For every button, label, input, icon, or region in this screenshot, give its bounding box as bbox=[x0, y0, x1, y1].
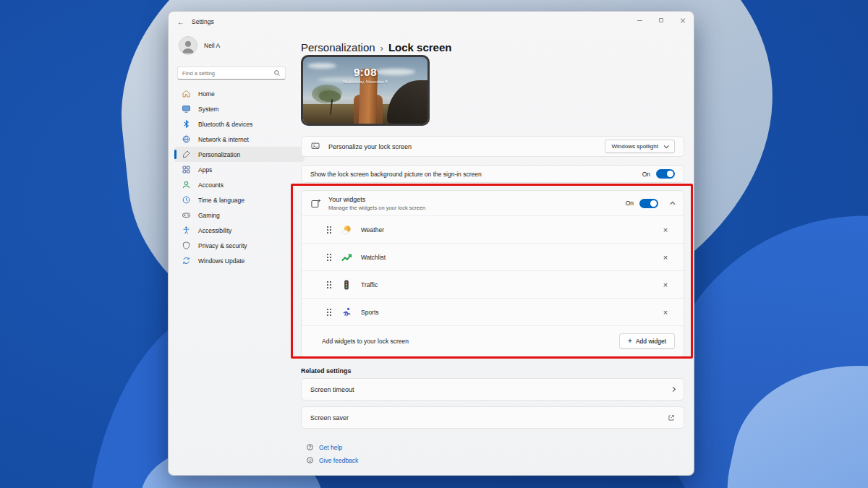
drag-handle-icon[interactable] bbox=[326, 225, 332, 235]
preview-clock-time: 9:08 bbox=[303, 66, 427, 78]
lock-screen-preview: 9:08 Wednesday, November 8 bbox=[301, 55, 430, 126]
remove-widget-icon[interactable]: × bbox=[659, 278, 672, 291]
remove-widget-icon[interactable]: × bbox=[659, 306, 672, 319]
signin-toggle[interactable] bbox=[656, 169, 675, 179]
person-icon bbox=[180, 38, 196, 54]
your-widgets-card: Your widgets Manage the widgets on your … bbox=[301, 190, 684, 357]
breadcrumb-separator: › bbox=[380, 43, 383, 53]
sidebar-item-bluetooth[interactable]: Bluetooth & devices bbox=[174, 116, 305, 132]
search-icon bbox=[273, 69, 281, 77]
clock-icon bbox=[182, 195, 191, 205]
sports-icon bbox=[341, 307, 352, 318]
related-settings-header: Related settings bbox=[301, 367, 352, 374]
monitor-icon bbox=[182, 104, 191, 114]
sidebar-item-apps[interactable]: Apps bbox=[174, 162, 305, 177]
window-controls bbox=[634, 16, 688, 25]
sidebar-item-home[interactable]: Home bbox=[174, 86, 305, 101]
gamepad-icon bbox=[182, 210, 191, 220]
weather-icon bbox=[341, 224, 352, 236]
sidebar-nav: Home System Bluetooth & devices Network … bbox=[174, 86, 305, 268]
update-arrows-icon bbox=[182, 256, 191, 265]
give-feedback-link[interactable]: Give feedback bbox=[306, 456, 358, 464]
window-title: Settings bbox=[192, 18, 214, 25]
chevron-up-icon[interactable] bbox=[670, 201, 675, 206]
widget-row-traffic: Traffic × bbox=[302, 270, 684, 298]
page-title: Lock screen bbox=[388, 41, 452, 53]
preview-tree-canopy bbox=[319, 90, 341, 102]
widgets-toggle[interactable] bbox=[639, 199, 658, 208]
wallpaper-bloom-petal bbox=[705, 340, 868, 488]
sidebar-item-system[interactable]: System bbox=[174, 101, 305, 116]
preview-cliff bbox=[387, 80, 430, 124]
widgets-icon bbox=[310, 198, 321, 209]
selected-accent-bar bbox=[174, 150, 176, 159]
dropdown-value: Windows spotlight bbox=[612, 143, 658, 150]
add-widget-button[interactable]: + Add widget bbox=[619, 333, 675, 349]
avatar bbox=[179, 36, 197, 55]
add-widgets-label: Add widgets to your lock screen bbox=[322, 338, 619, 345]
accessibility-person-icon bbox=[182, 226, 191, 235]
signin-label: Show the lock screen background picture … bbox=[310, 171, 642, 178]
personalize-lock-screen-row: Personalize your lock screen Windows spo… bbox=[301, 136, 684, 157]
settings-window: ← Settings Neil A Home System bbox=[168, 11, 694, 476]
search-box[interactable] bbox=[177, 67, 286, 80]
feedback-icon bbox=[306, 456, 314, 464]
sidebar-item-network[interactable]: Network & internet bbox=[174, 132, 305, 147]
user-account[interactable]: Neil A bbox=[179, 36, 220, 55]
shield-icon bbox=[182, 241, 191, 250]
sidebar-item-personalization[interactable]: Personalization bbox=[174, 147, 305, 162]
search-input[interactable] bbox=[182, 70, 271, 77]
signin-background-row: Show the lock screen background picture … bbox=[301, 165, 684, 183]
toggle-state-label: On bbox=[642, 171, 650, 178]
minimize-icon[interactable] bbox=[634, 16, 644, 25]
sidebar-item-accounts[interactable]: Accounts bbox=[174, 177, 305, 192]
screen-timeout-row[interactable]: Screen timeout bbox=[301, 378, 684, 401]
chevron-down-icon bbox=[664, 143, 669, 148]
external-link-icon bbox=[668, 414, 675, 421]
accounts-person-icon bbox=[182, 180, 191, 189]
screen-saver-row[interactable]: Screen saver bbox=[301, 406, 684, 429]
toggle-state-label: On bbox=[626, 200, 634, 207]
remove-widget-icon[interactable]: × bbox=[659, 251, 672, 264]
drag-handle-icon[interactable] bbox=[326, 307, 332, 317]
chevron-right-icon bbox=[671, 387, 676, 392]
breadcrumb: Personalization › Lock screen bbox=[301, 41, 451, 53]
bluetooth-icon bbox=[182, 119, 191, 129]
maximize-icon[interactable] bbox=[656, 16, 666, 25]
preview-clock-date: Wednesday, November 8 bbox=[303, 80, 427, 84]
your-widgets-subtitle: Manage the widgets on your lock screen bbox=[328, 205, 618, 211]
personalize-label: Personalize your lock screen bbox=[328, 143, 605, 150]
back-button[interactable]: ← bbox=[176, 17, 186, 27]
account-name: Neil A bbox=[204, 42, 220, 49]
breadcrumb-parent[interactable]: Personalization bbox=[301, 41, 375, 53]
sidebar-item-time-language[interactable]: Time & language bbox=[174, 192, 305, 207]
sidebar-item-windows-update[interactable]: Windows Update bbox=[174, 253, 305, 268]
apps-grid-icon bbox=[182, 165, 191, 174]
help-icon bbox=[306, 443, 314, 451]
get-help-link[interactable]: Get help bbox=[306, 443, 342, 451]
traffic-light-icon bbox=[341, 279, 352, 291]
sidebar-item-gaming[interactable]: Gaming bbox=[174, 207, 305, 223]
home-icon bbox=[182, 89, 191, 98]
widget-row-weather: Weather × bbox=[302, 215, 684, 243]
drag-handle-icon[interactable] bbox=[326, 252, 332, 262]
close-icon[interactable] bbox=[678, 16, 688, 25]
your-widgets-header[interactable]: Your widgets Manage the widgets on your … bbox=[302, 191, 684, 215]
personalization-brush-icon bbox=[182, 150, 191, 159]
add-widgets-footer: Add widgets to your lock screen + Add wi… bbox=[302, 325, 684, 356]
watchlist-icon bbox=[341, 252, 352, 263]
remove-widget-icon[interactable]: × bbox=[659, 223, 672, 236]
globe-icon bbox=[182, 134, 191, 144]
widget-row-watchlist: Watchlist × bbox=[302, 243, 684, 270]
sidebar-item-privacy-security[interactable]: Privacy & security bbox=[174, 238, 305, 253]
background-dropdown[interactable]: Windows spotlight bbox=[605, 140, 675, 153]
widget-row-sports: Sports × bbox=[302, 298, 684, 325]
picture-icon bbox=[310, 142, 320, 151]
your-widgets-title: Your widgets bbox=[328, 196, 618, 203]
sidebar-item-accessibility[interactable]: Accessibility bbox=[174, 223, 305, 238]
back-arrow-icon: ← bbox=[177, 18, 184, 26]
plus-icon: + bbox=[628, 339, 632, 343]
drag-handle-icon[interactable] bbox=[326, 280, 332, 290]
